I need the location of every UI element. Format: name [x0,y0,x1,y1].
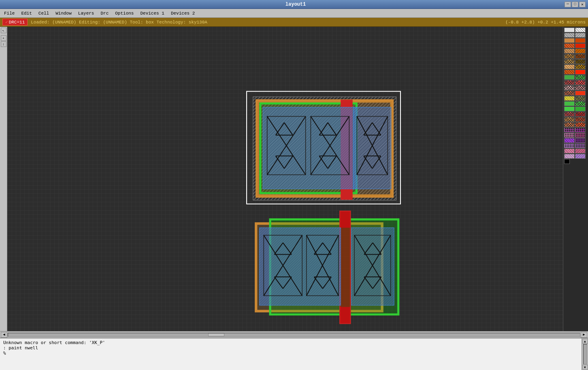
layer-swatch[interactable] [564,70,587,74]
titlebar: layout1 ─ □ ✕ [0,0,588,9]
bottom-bar: ◀ ▶ [0,331,588,338]
menu-devices2[interactable]: Devices 2 [168,10,198,17]
console-scroll-up[interactable]: ▲ [582,339,588,344]
statusbar: ✓ DRC=11 Loaded: (UNNAMED) Editing: (UNN… [0,18,588,27]
layer-swatch[interactable] [564,43,587,48]
menu-drc[interactable]: Drc [97,10,112,17]
layer-swatch[interactable] [564,54,587,59]
layer-swatch[interactable] [564,133,587,138]
window-title: layout1 [27,2,565,7]
console-line2: : paint nwell [3,345,578,351]
menu-options[interactable]: Options [112,10,137,17]
status-text: Loaded: (UNNAMED) Editing: (UNNAMED) Too… [31,20,505,25]
maximize-button[interactable]: □ [572,2,578,7]
layer-swatch-black[interactable] [564,159,587,164]
scroll-right-button[interactable]: ▶ [581,332,587,338]
layer-swatch[interactable] [564,75,587,80]
layer-swatch[interactable] [564,117,587,122]
layer-swatch[interactable] [564,80,587,85]
layer-panel [563,27,588,331]
menu-window[interactable]: Window [52,10,75,17]
svg-rect-12 [354,107,391,189]
layer-swatch[interactable] [564,64,587,69]
layer-swatch[interactable] [564,49,587,53]
drc-check-icon: ✓ [5,19,8,25]
menubar: File Edit Cell Window Layers Drc Options… [0,9,588,18]
close-button[interactable]: ✕ [579,2,586,7]
scroll-left-button[interactable]: ◀ [1,332,7,338]
layer-swatch[interactable] [564,112,587,117]
layer-swatch[interactable] [564,101,587,106]
layer-swatch[interactable] [564,96,587,101]
layer-swatch[interactable] [564,128,587,132]
drc-badge[interactable]: ✓ DRC=11 [2,19,28,26]
layer-swatch[interactable] [564,154,587,159]
ic-layout [7,27,563,331]
layer-swatch[interactable] [564,138,587,143]
tool-zoom[interactable]: + [1,35,6,41]
scroll-thumb[interactable] [208,333,224,336]
layer-swatch[interactable] [564,85,587,90]
layer-swatch[interactable] [564,143,587,148]
layer-swatch[interactable] [564,106,587,111]
minimize-button[interactable]: ─ [565,2,571,7]
layer-swatch[interactable] [564,59,587,64]
layer-swatch[interactable] [564,38,587,43]
console-panel: Unknown macro or short command: 'XK_P' :… [0,338,582,370]
layer-swatch[interactable] [564,122,587,127]
layer-swatch[interactable] [564,91,587,96]
console-scroll-down[interactable]: ▼ [582,365,588,370]
menu-cell[interactable]: Cell [35,10,52,17]
layer-swatch[interactable] [564,149,587,153]
svg-rect-44 [340,211,350,323]
tool-arrow[interactable]: ↖ [1,28,6,33]
menu-file[interactable]: File [1,10,18,17]
menu-devices1[interactable]: Devices 1 [137,10,167,17]
console-line3: % [3,351,578,356]
coordinates: (-0.8 +2.8) +0.2 +1.45 microns [505,20,586,25]
console-line1: Unknown macro or short command: 'XK_P' [3,340,578,345]
window-controls[interactable]: ─ □ ✕ [565,2,586,7]
menu-layers[interactable]: Layers [75,10,98,17]
menu-edit[interactable]: Edit [18,10,35,17]
drc-label: DRC=11 [9,20,25,25]
layer-swatch[interactable] [564,28,587,32]
horizontal-scrollbar[interactable] [8,333,580,337]
canvas-area[interactable] [7,27,563,331]
left-toolbar: ↖ + ↕ [0,27,7,331]
layer-swatch[interactable] [564,33,587,38]
tool-pan[interactable]: ↕ [1,41,6,47]
svg-rect-10 [263,107,357,189]
